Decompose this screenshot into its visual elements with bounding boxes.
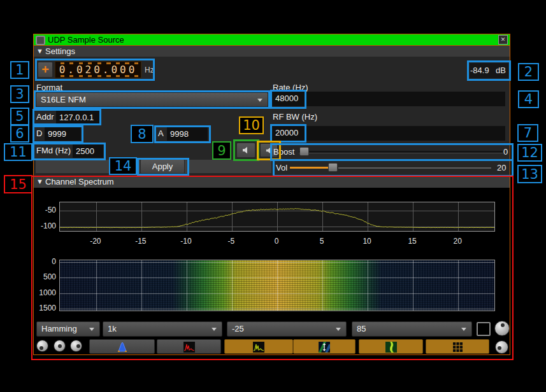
waterfall-gridline [96,260,97,311]
volume-slider-filled-track[interactable] [290,167,329,169]
waterfall-display[interactable] [59,260,495,311]
fft-size-select[interactable]: 1k [103,321,222,337]
knob-dial[interactable] [494,321,510,336]
average-trace-icon [253,342,264,353]
collapse-triangle-icon[interactable]: ▼ [36,47,43,55]
channel-power-unit: dB [496,66,506,75]
boost-slider-groove[interactable] [299,151,503,153]
chevron-down-icon [212,328,217,331]
waterfall-gridline [60,309,494,309]
fm-deviation-label: FMd (Hz) [36,146,71,155]
volume-label: Vol [276,163,287,172]
callout-11: 11 [4,143,32,161]
frequency-digits: 0.020.000 [59,64,138,76]
audio-port-label: A [158,129,164,138]
waterfall-display-button[interactable] [359,339,423,354]
callout-4: 4 [518,90,539,108]
volume-slider-groove[interactable] [338,167,491,169]
window-menu-icon[interactable] [36,36,45,45]
data-port-input[interactable]: 9999 [45,127,81,141]
speaker-icon [265,146,273,155]
fft-size-value: 1k [108,324,117,333]
volume-value: 20 [497,163,506,172]
udp-mute-button[interactable] [236,143,255,158]
waterfall-gridline [60,262,494,263]
grid-toggle-button[interactable] [426,339,489,354]
grid-icon [452,342,463,353]
callout-9: 9 [212,141,231,160]
radio-dial-2[interactable] [54,340,66,352]
callout-13: 13 [517,165,542,183]
digit-up-arrows[interactable] [61,62,138,64]
spectrum-trace [60,209,494,228]
channel-power-display: -84.9 dB [470,63,508,78]
screenshot-root: UDP Sample Source ✕ ▼ Settings + 0.020.0… [0,0,546,392]
chevron-down-icon [461,328,466,331]
speaker-icon [241,146,250,155]
knob-pip [498,346,501,350]
callout-1: 1 [10,61,29,79]
fft-window-select[interactable]: Hamming [36,321,100,337]
digit-down-arrows[interactable] [61,75,138,77]
trace-current-button[interactable] [89,339,155,354]
volume-slider-handle[interactable] [328,163,338,172]
rate-input[interactable]: 48000 [272,92,505,106]
rfbw-label: RF BW (Hz) [273,112,317,122]
boost-slider-handle[interactable] [299,147,309,156]
average-trace-button[interactable] [224,339,293,354]
channel-spectrum-section-header[interactable]: ▼ Channel Spectrum [34,176,510,188]
window-title: UDP Sample Source [48,35,124,45]
ref-level-select[interactable]: -25 [227,321,347,337]
knob-pip [58,344,62,348]
settings-section-header[interactable]: ▼ Settings [34,46,510,57]
waterfall-gridline [60,277,494,278]
audio-port-input[interactable]: 9998 [167,127,208,141]
spectrum-display[interactable] [59,202,495,232]
address-input[interactable]: 127.0.0.1 [56,111,99,124]
channel-power-value: -84.9 [470,66,489,75]
waterfall-gridline [60,293,494,294]
knob-pip [501,323,505,327]
frequency-up-button[interactable]: + [38,62,53,78]
chevron-down-icon [89,328,94,331]
format-selected-value: S16LE NFM [41,95,86,104]
ref-level-value: -25 [232,324,244,333]
waterfall-gridline [322,260,323,311]
callout-7: 7 [517,124,538,142]
callout-2: 2 [518,63,539,81]
radio-dial-1[interactable] [36,340,48,352]
knob-dial-2[interactable] [495,340,508,354]
waterfall-flip-button[interactable] [293,339,356,354]
callout-12: 12 [517,144,542,162]
radio-dial-3[interactable] [70,340,82,352]
callout-6: 6 [10,125,29,143]
callout-5: 5 [10,108,29,125]
collapse-triangle-icon[interactable]: ▼ [36,178,43,185]
waterfall-gridline [277,260,278,311]
knob-pip [76,344,80,348]
callout-15: 15 [4,175,32,193]
frequency-display[interactable]: 0.020.000 [55,61,141,78]
plus-icon: + [41,62,49,76]
power-range-value: 85 [357,324,366,333]
settings-header-label: Settings [45,46,75,56]
apply-button[interactable]: Apply [140,159,185,174]
chevron-down-icon [257,99,262,102]
waterfall-gridline [141,260,142,311]
boost-value: 0 [503,147,508,157]
title-bar[interactable]: UDP Sample Source ✕ [34,34,510,46]
color-swatch-button[interactable] [477,322,491,336]
rfbw-input[interactable]: 20000 [272,126,505,141]
format-select[interactable]: S16LE NFM [36,92,268,107]
close-icon[interactable]: ✕ [498,35,508,45]
frequency-unit: Hz [145,66,154,74]
waterfall-gridline [368,260,368,311]
fm-deviation-input[interactable]: 2500 [73,144,103,158]
boost-label: Boost [273,147,294,157]
fft-window-value: Hamming [41,324,77,333]
callout-10: 10 [239,116,264,134]
max-hold-trace-button[interactable] [157,339,221,354]
trace-current-icon [117,342,128,353]
power-range-select[interactable]: 85 [352,321,472,337]
callout-8: 8 [131,125,154,143]
